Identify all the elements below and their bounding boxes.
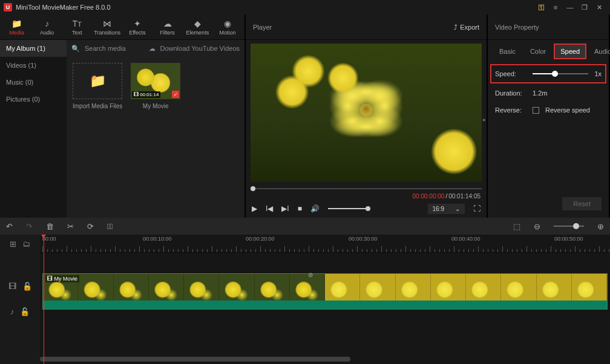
play-button[interactable]: ▶ (252, 204, 257, 213)
album-pictures[interactable]: Pictures (0) (0, 91, 67, 108)
prop-tab-speed[interactable]: Speed (555, 45, 585, 58)
timeline-tracks[interactable]: 00:00 00:00:10:00 00:00:20:00 00:00:30:0… (40, 235, 610, 364)
restore-icon[interactable]: ❐ (577, 0, 592, 15)
chevron-down-icon: ⌄ (455, 206, 460, 212)
tab-audio[interactable]: ♪Audio (33, 15, 62, 40)
ruler-mark: 00:00:30:00 (349, 236, 378, 242)
album-my-album[interactable]: My Album (1) (0, 40, 67, 57)
audio-track-head: ♪ 🔓 (0, 299, 40, 324)
search-icon[interactable]: 🔍 (71, 45, 80, 53)
undo-button[interactable]: ↶ (6, 222, 13, 231)
audio-track-icon: ♪ (10, 307, 15, 316)
key-icon[interactable]: ⚿ (534, 0, 548, 15)
album-list: My Album (1) Videos (1) Music (0) Pictur… (0, 40, 67, 218)
reverse-chk-label: Reverse speed (545, 106, 590, 114)
property-panel: ▸ Video Property Basic Color Speed Audio… (488, 15, 609, 218)
preview-image (251, 44, 482, 182)
speed-row: Speed: 1x (491, 65, 605, 82)
ruler-mark: 00:00:40:00 (451, 236, 480, 242)
property-title: Video Property (495, 24, 539, 31)
track-layers-button[interactable]: 🗂 (22, 239, 30, 249)
speed-label: Speed: (495, 70, 526, 77)
sparkle-icon: ✦ (134, 19, 141, 28)
add-track-button[interactable]: ⊞ (10, 239, 16, 249)
preview-viewport[interactable] (251, 44, 482, 182)
reverse-checkbox[interactable] (533, 107, 539, 114)
next-frame-button[interactable]: ▶I (281, 204, 289, 213)
volume-icon[interactable]: 🔊 (310, 204, 320, 213)
aspect-ratio-select[interactable]: 16:9 ⌄ (428, 204, 465, 214)
menu-icon[interactable]: ≡ (548, 0, 563, 15)
close-icon[interactable]: ✕ (592, 0, 606, 15)
reverse-label: Reverse: (495, 106, 526, 114)
stop-button[interactable]: ■ (298, 204, 302, 213)
prop-tab-basic[interactable]: Basic (494, 45, 521, 58)
prop-tab-audio[interactable]: Audio (589, 45, 610, 58)
shapes-icon: ◆ (194, 19, 201, 28)
transition-icon: ⋈ (103, 19, 111, 28)
titlebar: U MiniTool MovieMaker Free 8.0.0 ⚿ ≡ — ❐… (0, 0, 610, 15)
zoom-slider[interactable] (554, 226, 584, 227)
clip-name-label: My Movie (143, 103, 169, 109)
ruler-mark: 00:00:50:00 (554, 236, 583, 242)
export-icon: ⤴ (454, 24, 457, 31)
reset-button[interactable]: Reset (562, 197, 602, 210)
snap-button[interactable]: ⬚ (513, 222, 520, 231)
app-title: MiniTool MovieMaker Free 8.0.0 (16, 4, 534, 11)
speed-slider[interactable] (533, 73, 588, 74)
prop-tab-color[interactable]: Color (525, 45, 551, 58)
timeline-clip[interactable]: 🎞 My Movie ⊘ (42, 273, 608, 310)
cloud-icon: ☁ (163, 19, 172, 28)
zoom-in-button[interactable]: ⊕ (597, 222, 604, 231)
time-current: 00:00:00:00 (413, 193, 445, 200)
redo-button[interactable]: ↷ (26, 222, 33, 231)
panel-expand-handle[interactable]: ▸ (483, 116, 486, 123)
speed-tool-button[interactable]: ⟳ (87, 222, 94, 231)
clip-duration-badge: 🎞00:01:14 (132, 91, 160, 98)
folder-icon: 📁 (11, 19, 22, 28)
tab-motion[interactable]: ◉Motion (213, 15, 242, 40)
time-ruler[interactable]: 00:00 00:00:10:00 00:00:20:00 00:00:30:0… (40, 235, 610, 253)
duration-value: 1.2m (533, 89, 547, 97)
cut-button[interactable]: ✂ (67, 222, 74, 231)
tab-media[interactable]: 📁Media (2, 15, 31, 40)
tab-elements[interactable]: ◆Elements (183, 15, 212, 40)
video-lock-icon[interactable]: 🔓 (22, 282, 32, 291)
media-clip-thumbnail[interactable]: 🎞00:01:14 ✓ (131, 63, 180, 99)
split-marker-icon[interactable]: ⊘ (308, 271, 313, 278)
fullscreen-button[interactable]: ⛶ (473, 204, 480, 213)
export-button[interactable]: ⤴ Export (454, 24, 479, 31)
player-panel: Player ⤴ Export 00:00:00:00 / 00:01:14:0… (246, 15, 487, 218)
seek-slider[interactable] (251, 184, 482, 193)
audio-lock-icon[interactable]: 🔓 (20, 307, 30, 316)
tab-effects[interactable]: ✦Effects (123, 15, 152, 40)
tab-transitions[interactable]: ⋈Transitions (93, 15, 122, 40)
app-logo: U (4, 3, 12, 11)
crop-button[interactable]: ✂⃞ (107, 222, 113, 231)
minimize-icon[interactable]: — (563, 0, 577, 15)
delete-button[interactable]: 🗑 (46, 222, 54, 231)
video-track-icon: 🎞 (8, 282, 16, 291)
note-icon: ♪ (45, 19, 49, 28)
tab-text[interactable]: TTText (63, 15, 92, 40)
playhead[interactable] (44, 235, 44, 364)
tab-filters[interactable]: ☁Filters (153, 15, 182, 40)
download-youtube-link[interactable]: Download YouTube Videos (160, 45, 240, 52)
prev-frame-button[interactable]: I◀ (266, 204, 273, 213)
album-videos[interactable]: Videos (1) (0, 57, 67, 74)
clip-label: 🎞 My Movie (45, 275, 79, 282)
time-sep: / (445, 193, 447, 200)
timeline-scrollbar[interactable] (40, 357, 604, 362)
clip-audio-waveform (43, 301, 607, 309)
zoom-out-button[interactable]: ⊖ (534, 222, 540, 231)
time-total: 00:01:14:05 (448, 193, 480, 200)
player-title: Player (253, 24, 272, 31)
search-placeholder[interactable]: Search media (85, 45, 126, 52)
volume-slider[interactable] (328, 208, 370, 209)
duration-label: Duration: (495, 89, 526, 97)
album-music[interactable]: Music (0) (0, 74, 67, 91)
import-label: Import Media Files (73, 103, 122, 109)
film-icon: 🎞 (134, 92, 139, 97)
download-icon: ☁ (149, 45, 156, 53)
import-media-tile[interactable]: 📁 (73, 63, 122, 99)
